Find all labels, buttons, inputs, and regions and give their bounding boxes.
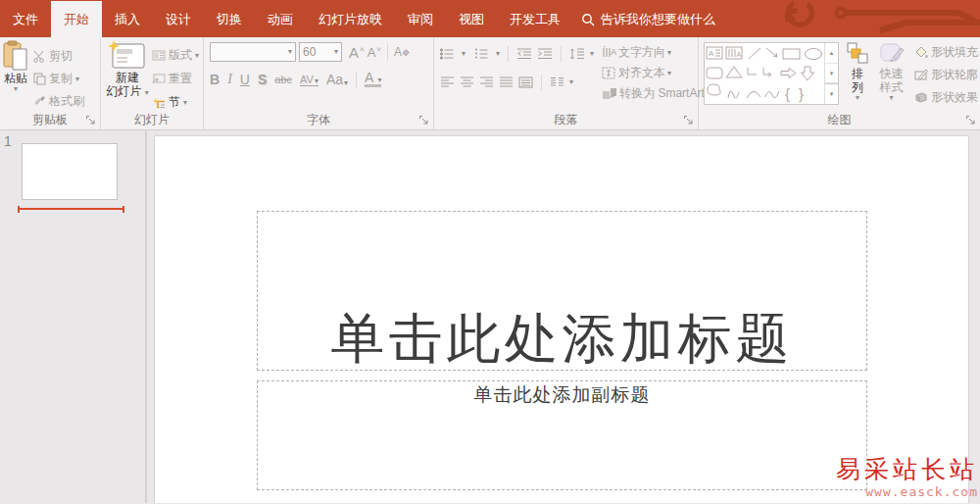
layout-button[interactable]: 版式 ▾ [152,47,199,64]
shape-outline-button[interactable]: 形状轮廓 [914,67,978,83]
change-case-dropdown-icon: ▾ [344,79,348,87]
arrange-dropdown-icon: ▾ [856,94,859,102]
tab-insert[interactable]: 插入 [102,1,153,37]
tab-home[interactable]: 开始 [51,1,102,37]
title-placeholder[interactable]: 单击此处添加标题 [257,211,867,371]
clear-formatting-button[interactable]: A [394,45,410,59]
clipboard-dialog-launcher-icon[interactable] [85,115,96,126]
bold-button[interactable]: B [210,72,220,87]
font-color-dropdown-icon: ▾ [377,76,381,84]
shapes-scroll-up-button[interactable]: ▴ [825,43,838,64]
copy-icon [33,73,46,85]
reset-button[interactable]: 重置 [152,71,199,87]
align-center-button[interactable] [460,76,474,88]
drawing-group-label: 绘图 [828,112,852,128]
layout-icon [152,50,166,61]
tab-view[interactable]: 视图 [446,1,497,37]
quick-styles-dropdown-icon: ▾ [889,94,893,102]
tell-me-search[interactable]: 告诉我你想要做什么 [573,1,723,37]
numbering-button[interactable] [474,48,491,60]
shape-outline-label: 形状轮廓 [931,67,978,83]
ribbon-home: 粘贴 ▾ 剪切 复制 ▾ [0,37,980,130]
align-left-button[interactable] [440,76,455,88]
convert-to-smartart-button[interactable]: 转换为 SmartArt ▾ [602,85,710,102]
shapes-gallery-scrollbar: ▴ ▾ ▾ [824,43,838,104]
search-label: 告诉我你想要做什么 [601,11,715,28]
new-slide-icon [108,40,147,71]
section-icon [152,97,166,109]
layout-dropdown-icon: ▾ [195,52,199,60]
paragraph-dialog-launcher-icon[interactable] [683,115,694,126]
slide-thumbnail[interactable] [22,143,118,200]
decrease-indent-button[interactable] [516,48,532,60]
change-case-button[interactable]: Aa▾ [326,72,348,87]
clipboard-group-label: 剪贴板 [32,112,68,128]
paste-button[interactable]: 粘贴 ▾ [0,40,33,111]
shapes-gallery[interactable]: A A { } [704,42,839,105]
align-text-button[interactable]: 对齐文本 ▾ [602,65,710,81]
text-direction-dropdown-icon: ▾ [667,49,671,57]
group-slides: 新建 幻灯片 ▾ 版式 ▾ 重置 [101,37,204,129]
increase-font-size-button[interactable]: A˄ [349,44,365,61]
text-direction-label: 文字方向 [618,44,665,61]
copy-button[interactable]: 复制 ▾ [33,71,84,87]
font-name-combobox[interactable]: ▾ [210,42,296,62]
quick-styles-button[interactable]: 快速样式 ▾ [876,40,906,111]
section-label: 节 [169,94,180,111]
svg-text:A: A [394,45,402,59]
group-clipboard: 粘贴 ▾ 剪切 复制 ▾ [0,37,101,129]
text-shadow-button[interactable]: S [258,72,267,87]
font-dialog-launcher-icon[interactable] [418,115,429,126]
clear-formatting-icon: A [394,45,410,59]
tab-slideshow[interactable]: 幻灯片放映 [306,1,395,37]
align-right-button[interactable] [479,76,494,88]
tab-file[interactable]: 文件 [0,1,51,37]
section-button[interactable]: 节 ▾ [152,94,199,111]
copy-dropdown-icon: ▾ [75,76,79,83]
increase-indent-button[interactable] [537,48,553,60]
shape-effects-button[interactable]: 形状效果 [914,89,978,106]
tab-review[interactable]: 审阅 [395,1,446,37]
quick-styles-icon [879,42,905,64]
arrange-label: 排列 [847,67,868,94]
distribute-text-button[interactable] [518,76,533,88]
tab-developer[interactable]: 开发工具 [497,1,573,37]
font-size-combobox[interactable]: 60▾ [299,42,342,62]
arrange-button[interactable]: 排列 ▾ [847,40,868,111]
new-slide-button[interactable]: 新建 幻灯片 ▾ [103,40,152,111]
tab-design[interactable]: 设计 [153,1,204,37]
format-painter-button[interactable]: 格式刷 [33,93,84,110]
align-text-icon [602,67,616,79]
underline-button[interactable]: U [240,72,250,87]
svg-text:}: } [799,85,804,102]
slide-canvas[interactable]: 单击此处添加标题 单击此处添加副标题 [155,136,968,503]
shapes-gallery-more-button[interactable]: ▾ [825,83,838,104]
svg-text:A: A [709,49,714,58]
slide-editing-area: 单击此处添加标题 单击此处添加副标题 易采站长站 www.easck.com [147,130,980,503]
new-slide-dropdown-icon: ▾ [145,88,149,97]
columns-button[interactable] [550,76,564,88]
line-spacing-button[interactable] [569,48,585,60]
justify-button[interactable] [499,76,514,88]
bullets-button[interactable] [440,48,457,60]
new-slide-label-line2-text: 幻灯片 [106,84,141,98]
strikethrough-button[interactable]: abc [274,74,292,85]
subtitle-placeholder[interactable]: 单击此处添加副标题 [257,380,867,490]
decrease-font-size-button[interactable]: A˅ [368,45,381,60]
shapes-scroll-down-button[interactable]: ▾ [825,64,838,84]
text-direction-button[interactable]: A 文字方向 ▾ [602,44,710,61]
cut-button[interactable]: 剪切 [33,48,84,65]
tab-transitions[interactable]: 切换 [204,1,255,37]
drawing-dialog-launcher-icon[interactable] [965,115,976,126]
section-dropdown-icon: ▾ [183,99,187,107]
watermark-site-name: 易采站长站 [836,455,978,484]
slide-selection-indicator [18,206,124,213]
italic-button[interactable]: I [227,72,232,87]
shape-effects-icon [914,91,928,104]
character-spacing-button[interactable]: AV▾ [300,74,318,86]
new-slide-label-line1: 新建 [116,71,139,84]
tab-animations[interactable]: 动画 [255,1,306,37]
shape-fill-button[interactable]: 形状填充 [914,44,978,61]
scissors-icon [33,50,46,63]
font-color-button[interactable]: A▾ [365,72,381,87]
